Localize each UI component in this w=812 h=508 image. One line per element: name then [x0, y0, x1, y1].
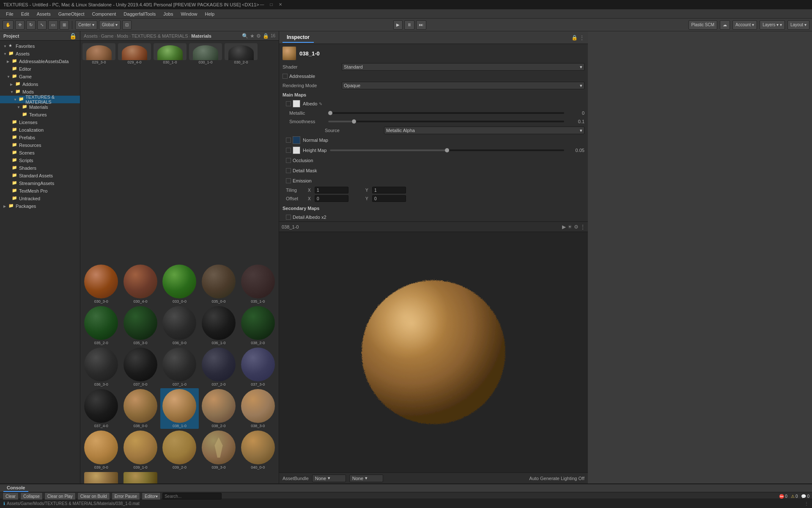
- tree-item-scripts[interactable]: 📁 Scripts: [0, 157, 80, 164]
- menu-component[interactable]: Component: [88, 11, 119, 17]
- asset-038_2-0-r2[interactable]: 038_2-0: [239, 305, 277, 346]
- asset-035_1-0[interactable]: 035_1-0: [239, 264, 277, 304]
- tree-item-addons[interactable]: ▶ 📁 Addons: [0, 80, 80, 88]
- asset-item-partial-1[interactable]: 029_3-0: [82, 43, 116, 64]
- asset-039_2-0[interactable]: 039_2-0: [160, 430, 199, 470]
- asset-038_3-0[interactable]: 038_3-0: [239, 388, 277, 429]
- albedo-swatch[interactable]: [293, 100, 300, 108]
- rect-tool-button[interactable]: ▭: [48, 20, 58, 30]
- asset-033_0-0[interactable]: 033_0-0: [160, 264, 199, 304]
- detail-albedo-checkbox[interactable]: [286, 215, 291, 220]
- menu-daggerfall[interactable]: DaggerfallTools: [120, 11, 159, 17]
- menu-edit[interactable]: Edit: [18, 11, 33, 17]
- hand-tool-button[interactable]: ✋: [3, 20, 14, 30]
- asset-036_0-0[interactable]: 036_0-0: [160, 305, 199, 346]
- more-icon[interactable]: ⋮: [579, 35, 584, 41]
- tree-item-localization[interactable]: 📁 Localization: [0, 126, 80, 134]
- global-dropdown[interactable]: Global ▾: [99, 20, 121, 30]
- asset-bundle-value-dropdown[interactable]: None ▾: [312, 475, 346, 482]
- smoothness-slider[interactable]: [328, 121, 564, 122]
- lock-inspector-icon[interactable]: 🔒: [571, 35, 578, 41]
- lock-asset-icon[interactable]: 🔒: [263, 33, 269, 39]
- tree-item-scenes[interactable]: 📁 Scenes: [0, 149, 80, 157]
- height-swatch[interactable]: [293, 146, 300, 154]
- asset-item-partial-5[interactable]: 030_2-0: [224, 43, 258, 64]
- tree-item-untracked[interactable]: 📁 Untracked: [0, 195, 80, 202]
- bookmark-icon[interactable]: ★: [250, 33, 255, 39]
- menu-gameobject[interactable]: GameObject: [55, 11, 88, 17]
- asset-039_0-0[interactable]: 039_0-0: [82, 430, 121, 470]
- tree-item-resources[interactable]: 📁 Resources: [0, 141, 80, 149]
- pencil-icon[interactable]: ✎: [319, 102, 322, 106]
- height-checkbox[interactable]: [286, 148, 291, 153]
- play-button[interactable]: ▶: [393, 20, 403, 30]
- tree-item-textures[interactable]: 📁 Textures: [0, 111, 80, 119]
- height-thumb[interactable]: [445, 148, 449, 152]
- tree-item-shaders[interactable]: 📁 Shaders: [0, 164, 80, 172]
- asset-035_3-0[interactable]: 035_3-0: [121, 305, 160, 346]
- albedo-checkbox[interactable]: [286, 101, 291, 106]
- scale-tool-button[interactable]: ⤡: [37, 20, 47, 30]
- tree-item-textures-materials[interactable]: ▼ 📁 TEXTURES & MATERIALS: [0, 96, 80, 103]
- clear-on-build-button[interactable]: Clear on Build: [77, 492, 110, 500]
- asset-036_3-0[interactable]: 036_3-0: [82, 347, 121, 387]
- menu-help[interactable]: Help: [202, 11, 218, 17]
- asset-038_2-0[interactable]: 038_2-0: [200, 388, 238, 429]
- minimize-button[interactable]: —: [259, 2, 265, 8]
- transform-tool-button[interactable]: ⊞: [60, 20, 69, 30]
- asset-038_1-0[interactable]: 038_1-0: [160, 388, 199, 429]
- tree-item-prefabs[interactable]: 📁 Prefabs: [0, 134, 80, 141]
- cloud-button[interactable]: ☁: [720, 20, 730, 30]
- clear-on-play-button[interactable]: Clear on Play: [44, 492, 76, 500]
- detail-mask-checkbox[interactable]: [286, 168, 291, 173]
- rendering-mode-dropdown[interactable]: Opaque ▾: [342, 82, 584, 89]
- inspector-tab[interactable]: Inspector: [283, 33, 314, 43]
- tree-item-editor[interactable]: 📁 Editor: [0, 65, 80, 73]
- sun-preview-icon[interactable]: ☀: [568, 224, 572, 230]
- tree-item-packages[interactable]: ▶ 📁 Packages: [0, 202, 80, 210]
- editor-dropdown[interactable]: Editor ▾: [142, 492, 161, 500]
- asset-bundle-value2-dropdown[interactable]: None ▾: [349, 475, 383, 482]
- asset-037_2-0[interactable]: 037_2-0: [200, 347, 238, 387]
- asset-037_3-0[interactable]: 037_3-0: [239, 347, 277, 387]
- error-pause-button[interactable]: Error Pause: [112, 492, 140, 500]
- layers-dropdown[interactable]: Layers ▾ ▾: [760, 20, 785, 30]
- asset-035_2-0[interactable]: 035_2-0: [82, 305, 121, 346]
- asset-item-partial-4[interactable]: 030_1-0: [189, 43, 222, 64]
- extra-tool-button[interactable]: ⊡: [122, 20, 132, 30]
- asset-030_4-0[interactable]: 030_4-0: [121, 264, 160, 304]
- collapse-button[interactable]: Collapse: [20, 492, 43, 500]
- source-dropdown[interactable]: Metallic Alpha ▾: [384, 127, 584, 134]
- asset-item-partial-2[interactable]: 029_4-0: [118, 43, 151, 64]
- tree-item-favorites[interactable]: ▼ ★ Favorites: [0, 42, 80, 50]
- offset-y-value[interactable]: 0: [372, 195, 406, 202]
- asset-037_0-0[interactable]: 037_0-0: [121, 347, 160, 387]
- pause-button[interactable]: ⏸: [404, 20, 414, 30]
- normal-checkbox[interactable]: [286, 138, 291, 143]
- tree-item-streaming[interactable]: 📁 StreamingAssets: [0, 179, 80, 187]
- asset-040_0-0[interactable]: 040_0-0: [239, 430, 277, 470]
- console-search-input[interactable]: [162, 493, 222, 500]
- normal-swatch[interactable]: [293, 136, 300, 144]
- tiling-y-value[interactable]: 1: [372, 187, 406, 193]
- asset-item-partial-3[interactable]: 030_1-0: [153, 43, 187, 64]
- asset-039_3-0[interactable]: 039_3-0: [200, 430, 238, 470]
- settings-preview-icon[interactable]: ⚙: [574, 224, 579, 230]
- shader-dropdown[interactable]: Standard ▾: [342, 63, 584, 71]
- breadcrumb-current[interactable]: Materials: [191, 33, 211, 39]
- menu-jobs[interactable]: Jobs: [160, 11, 176, 17]
- breadcrumb-texmat[interactable]: TEXTURES & MATERIALS: [132, 33, 188, 39]
- asset-039_1-0[interactable]: 039_1-0: [121, 430, 160, 470]
- asset-037_1-0[interactable]: 037_1-0: [160, 347, 199, 387]
- tree-item-game[interactable]: ▼ 📁 Game: [0, 73, 80, 80]
- addressable-checkbox[interactable]: [283, 74, 288, 79]
- plastic-scm-button[interactable]: Plastic SCM: [689, 20, 717, 30]
- asset-partial-1[interactable]: [82, 471, 121, 483]
- metallic-thumb[interactable]: [328, 111, 332, 115]
- smoothness-thumb[interactable]: [352, 119, 356, 124]
- emission-checkbox[interactable]: [286, 178, 291, 183]
- asset-partial-2[interactable]: [121, 471, 160, 483]
- more-preview-icon[interactable]: ⋮: [580, 224, 585, 230]
- breadcrumb-assets[interactable]: Assets: [84, 33, 98, 39]
- menu-window[interactable]: Window: [177, 11, 200, 17]
